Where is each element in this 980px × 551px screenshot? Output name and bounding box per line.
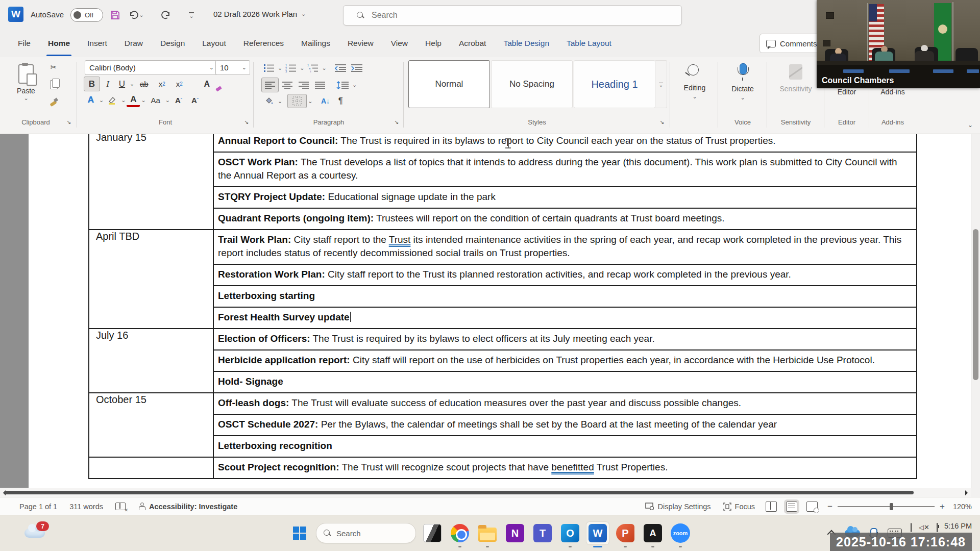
font-color-button[interactable]: A	[127, 93, 140, 107]
subscript-button[interactable]: x2	[154, 77, 170, 91]
read-mode-view-button[interactable]	[766, 502, 777, 512]
tab-review[interactable]: Review	[339, 30, 382, 57]
multilevel-list-button[interactable]: 1ai	[305, 61, 321, 74]
table-content-cell[interactable]: Quadrant Reports (ongoing item): Trustee…	[213, 208, 917, 230]
table-content-cell[interactable]: Letterboxing starting	[213, 286, 917, 307]
strikethrough-button[interactable]: ab	[135, 77, 153, 91]
table-content-cell[interactable]: Scout Project recognition: The Trust wil…	[213, 457, 917, 479]
line-spacing-button[interactable]	[334, 78, 351, 92]
taskbar-app-word[interactable]: W	[586, 522, 609, 544]
focus-mode-button[interactable]: Focus	[717, 497, 762, 515]
save-button[interactable]	[107, 7, 122, 22]
editing-button[interactable]: Editing ⌄	[673, 60, 717, 100]
quick-access-toolbar-button[interactable]: ⌄	[185, 7, 198, 22]
underline-button[interactable]: U	[115, 77, 129, 91]
start-button[interactable]	[288, 522, 311, 544]
tab-layout[interactable]: Layout	[193, 30, 235, 57]
tray-display-connect[interactable]	[911, 523, 912, 532]
sort-button[interactable]: A↓	[317, 94, 333, 108]
tray-volume-muted[interactable]: ◁✕	[919, 523, 929, 531]
bullets-dropdown-icon[interactable]: ⌄	[278, 65, 282, 71]
decrease-indent-button[interactable]	[333, 61, 348, 74]
table-content-cell[interactable]: Letterboxing recognition	[213, 436, 917, 457]
taskbar-search-box[interactable]: Search	[316, 523, 416, 543]
dictate-button[interactable]: Dictate ⌄	[721, 60, 765, 101]
horizontal-scrollbar[interactable]	[0, 488, 971, 497]
redo-button[interactable]	[158, 7, 174, 22]
borders-dropdown-icon[interactable]: ⌄	[308, 98, 312, 105]
table-date-cell[interactable]: July 16	[89, 329, 213, 393]
styles-dialog-launcher[interactable]: ↘	[659, 119, 664, 126]
tab-references[interactable]: References	[235, 30, 292, 57]
tab-draw[interactable]: Draw	[116, 30, 152, 57]
sensitivity-button[interactable]: Sensitivity	[774, 60, 818, 93]
paste-dropdown-icon[interactable]: ⌄	[23, 95, 28, 102]
document-title[interactable]: 02 Draft 2026 Work Plan ⌄	[213, 10, 306, 18]
collapse-ribbon-button[interactable]: ⌄	[968, 121, 973, 129]
table-date-cell[interactable]: January 15	[89, 134, 213, 230]
increase-indent-button[interactable]	[349, 61, 364, 74]
format-painter-button[interactable]	[47, 96, 60, 108]
table-content-cell[interactable]: Forest Health Survey update	[213, 307, 917, 329]
zoom-out-icon[interactable]: −	[827, 502, 832, 512]
zoom-in-icon[interactable]: +	[940, 502, 945, 512]
tab-acrobat[interactable]: Acrobat	[450, 30, 495, 57]
shrink-font-button[interactable]: Aˇ	[187, 93, 203, 107]
zoom-slider-track[interactable]	[838, 506, 935, 507]
taskbar-app-file-explorer[interactable]	[476, 522, 499, 544]
highlight-dropdown-icon[interactable]: ⌄	[121, 97, 126, 104]
font-size-combobox[interactable]: 10 ⌄	[215, 60, 250, 75]
change-case-dropdown-icon[interactable]: ⌄	[165, 97, 170, 104]
shading-button[interactable]	[261, 94, 277, 108]
table-content-cell[interactable]: Herbicide application report: City staff…	[213, 350, 917, 371]
page-number-status[interactable]: Page 1 of 1	[0, 497, 63, 515]
taskbar-app-outlook[interactable]: O	[559, 522, 581, 544]
table-content-cell[interactable]: Annual Report to Council: The Trust is r…	[213, 134, 917, 152]
borders-button[interactable]	[287, 94, 307, 108]
horizontal-scrollbar-thumb[interactable]	[4, 491, 914, 494]
proofing-errors-button[interactable]	[109, 497, 132, 515]
table-content-cell[interactable]: Trail Work Plan: City staff report to th…	[213, 230, 917, 264]
line-spacing-dropdown-icon[interactable]: ⌄	[352, 82, 357, 88]
tab-insert[interactable]: Insert	[79, 30, 116, 57]
tab-design[interactable]: Design	[152, 30, 193, 57]
tab-table-design[interactable]: Table Design	[495, 30, 558, 57]
tab-home[interactable]: Home	[39, 30, 79, 57]
office-search-box[interactable]	[343, 5, 682, 26]
tab-mailings[interactable]: Mailings	[292, 30, 339, 57]
numbering-button[interactable]: 123	[283, 61, 299, 74]
word-count-status[interactable]: 311 words	[63, 497, 109, 515]
tab-view[interactable]: View	[382, 30, 416, 57]
table-content-cell[interactable]: OSCT Schedule 2027: Per the Bylaws, the …	[213, 414, 917, 436]
clipboard-dialog-launcher[interactable]: ↘	[66, 119, 71, 126]
style-normal[interactable]: Normal	[408, 60, 490, 108]
table-content-cell[interactable]: Hold- Signage	[213, 371, 917, 393]
table-content-cell[interactable]: OSCT Work Plan: The Trust develops a lis…	[213, 152, 917, 187]
taskbar-app-zoom[interactable]: zoom	[669, 522, 692, 544]
align-right-button[interactable]	[296, 78, 311, 92]
autosave-toggle[interactable]: Off	[70, 8, 103, 22]
table-date-cell[interactable]: April TBD	[89, 230, 213, 329]
taskbar-app-acrobat[interactable]: A	[642, 522, 664, 544]
undo-button[interactable]: ⌄	[128, 7, 145, 22]
print-layout-view-button[interactable]	[786, 502, 797, 512]
numbering-dropdown-icon[interactable]: ⌄	[300, 65, 304, 71]
copy-button[interactable]	[47, 79, 60, 91]
table-date-cell[interactable]: October 15	[89, 393, 213, 457]
zoom-slider-thumb[interactable]	[890, 503, 893, 510]
align-center-button[interactable]	[280, 78, 295, 92]
taskbar-app-task-view[interactable]	[421, 522, 444, 544]
taskbar-app-teams[interactable]: T	[531, 522, 554, 544]
bold-button[interactable]: B	[84, 77, 100, 91]
word-app-icon[interactable]: W	[8, 7, 23, 22]
text-effects-dropdown-icon[interactable]: ⌄	[99, 97, 104, 104]
vertical-scrollbar-thumb[interactable]	[973, 229, 978, 380]
taskbar-clock[interactable]: 5:16 PM	[944, 522, 972, 530]
table-content-cell[interactable]: Restoration Work Plan: City staff report…	[213, 264, 917, 286]
show-formatting-marks-button[interactable]: ¶	[334, 94, 347, 108]
superscript-button[interactable]: x2	[171, 77, 187, 91]
highlight-color-button[interactable]	[105, 93, 120, 107]
grow-font-button[interactable]: Aˆ	[171, 93, 186, 107]
table-content-cell[interactable]: Election of Officers: The Trust is requi…	[213, 329, 917, 350]
justify-button[interactable]	[312, 78, 328, 92]
